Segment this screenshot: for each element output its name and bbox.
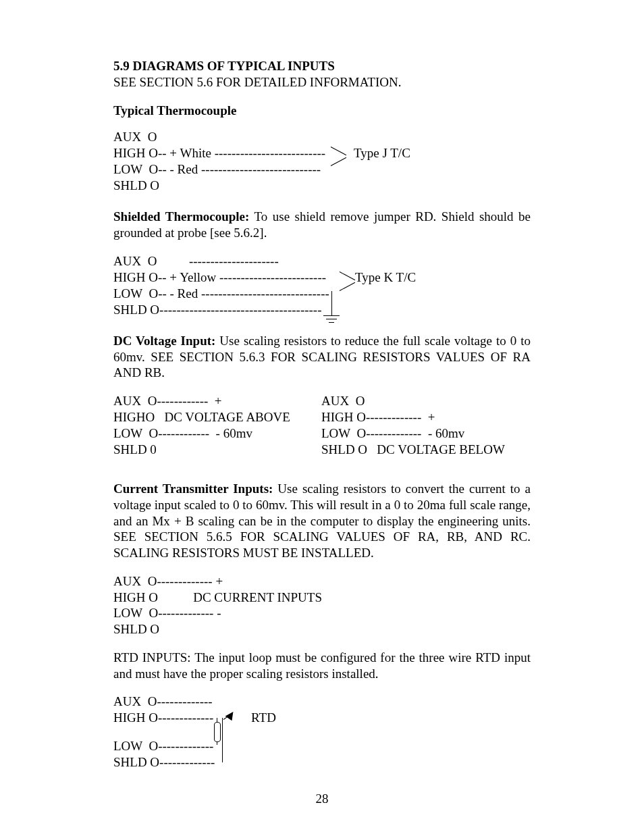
dc-voltage-below-diagram: AUX O HIGH O------------- + LOW O-------…: [321, 393, 505, 458]
section-see-note: SEE SECTION 5.6 FOR DETAILED INFORMATION…: [113, 74, 531, 90]
ctx-low: LOW O------------- -: [113, 605, 531, 621]
dc-voltage-paragraph: DC Voltage Input: Use scaling resistors …: [113, 333, 531, 381]
ctx-high: HIGH O DC CURRENT INPUTS: [113, 590, 531, 606]
arrowhead-icon: [225, 710, 237, 721]
rtd-diagram: AUX O------------- HIGH O------------- L…: [113, 694, 531, 775]
shield-drop-line: [331, 291, 332, 315]
page: 5.9 DIAGRAMS OF TYPICAL INPUTS SEE SECTI…: [0, 0, 644, 834]
rtd-aux: AUX O-------------: [113, 694, 213, 710]
page-number: 28: [0, 791, 644, 807]
k-high-line: HIGH O-- + Yellow ----------------------…: [113, 269, 326, 286]
shielded-tc-paragraph: Shielded Thermocouple: To use shield rem…: [113, 209, 531, 241]
dc-above-low: LOW O------------ - 60mv: [113, 425, 290, 442]
dc-below-low: LOW O------------- - 60mv: [321, 425, 505, 442]
current-tx-run-in: Current Transmitter Inputs:: [113, 481, 273, 496]
dc-below-shld: SHLD O DC VOLTAGE BELOW: [321, 442, 505, 458]
ctx-shld: SHLD O: [113, 621, 531, 637]
dc-voltage-run-in: DC Voltage Input:: [113, 334, 215, 348]
tc-type-label: Type J T/C: [354, 145, 410, 161]
rtd-paragraph: RTD INPUTS: The input loop must be confi…: [113, 650, 531, 682]
section-heading: 5.9 DIAGRAMS OF TYPICAL INPUTS: [113, 58, 531, 74]
tc-aux-line: AUX O: [113, 129, 157, 145]
type-j-diagram: AUX O HIGH O-- + White -----------------…: [113, 129, 531, 197]
dc-below-high: HIGH O------------- +: [321, 409, 505, 425]
typical-thermocouple-heading: Typical Thermocouple: [113, 103, 531, 119]
arrowhead-icon: [331, 147, 350, 176]
rtd-sensor-icon: [214, 722, 221, 742]
ground-icon: [323, 315, 340, 326]
tc-shld-line: SHLD O: [113, 178, 159, 194]
type-k-diagram: AUX O --------------------- HIGH O-- + Y…: [113, 253, 531, 333]
dc-above-shld: SHLD 0: [113, 442, 290, 458]
current-tx-paragraph: Current Transmitter Inputs: Use scaling …: [113, 481, 531, 561]
rtd-label: RTD: [251, 710, 276, 726]
section-number: 5.9: [113, 59, 130, 73]
dc-voltage-diagrams: AUX O------------ + HIGHO DC VOLTAGE ABO…: [113, 393, 531, 458]
dc-above-high: HIGHO DC VOLTAGE ABOVE: [113, 409, 290, 425]
shielded-tc-run-in: Shielded Thermocouple:: [113, 209, 249, 224]
rtd-shld: SHLD O-------------: [113, 754, 215, 771]
dc-below-aux: AUX O: [321, 393, 505, 409]
rtd-low: LOW O-------------: [113, 738, 213, 754]
ctx-aux: AUX O------------- +: [113, 573, 531, 590]
k-aux-line: AUX O ---------------------: [113, 253, 279, 269]
k-shld-line: SHLD O----------------------------------…: [113, 302, 322, 318]
rtd-high: HIGH O-------------: [113, 710, 213, 726]
dc-voltage-above-diagram: AUX O------------ + HIGHO DC VOLTAGE ABO…: [113, 393, 290, 458]
tc-low-line: LOW O-- - Red --------------------------…: [113, 161, 321, 178]
current-tx-diagram: AUX O------------- + HIGH O DC CURRENT I…: [113, 573, 531, 637]
tc-high-line: HIGH O-- + White -----------------------…: [113, 145, 325, 161]
dc-above-aux: AUX O------------ +: [113, 393, 290, 409]
k-type-label: Type K T/C: [355, 269, 416, 286]
k-low-line: LOW O-- - Red --------------------------…: [113, 286, 329, 302]
section-title: DIAGRAMS OF TYPICAL INPUTS: [133, 59, 335, 73]
rtd-vertical-long: [222, 718, 223, 762]
